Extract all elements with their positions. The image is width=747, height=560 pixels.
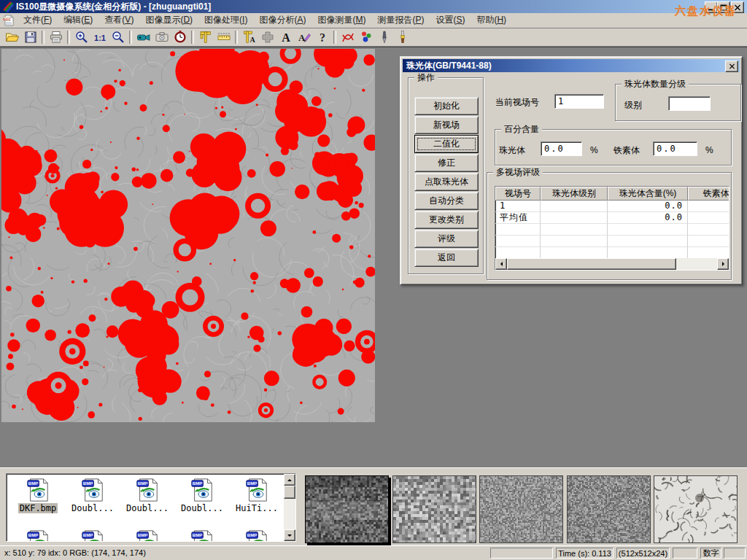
sample-thumbnail-5[interactable]: [654, 475, 738, 543]
scroll-thumb[interactable]: [507, 258, 676, 270]
sample-thumbnail-3[interactable]: [479, 475, 563, 543]
menu-item-5[interactable]: 图像分析(A): [253, 13, 311, 28]
pearlite-percent-input[interactable]: [541, 141, 582, 156]
text-icon[interactable]: A: [276, 29, 295, 45]
file-item[interactable]: BMPDoubl...: [67, 478, 118, 513]
menu-item-1[interactable]: 编辑(E): [58, 13, 98, 28]
table-cell: [688, 201, 729, 212]
particles-icon[interactable]: [357, 29, 375, 45]
table-row[interactable]: 平均值0.0: [495, 212, 729, 224]
rating-table[interactable]: 视场号珠光体级别珠光体含量(%)铁素体含量(%)10.0平均值0.0: [495, 186, 729, 271]
op-button-3[interactable]: 二值化: [414, 135, 479, 153]
menu-item-0[interactable]: 文件(F): [18, 13, 58, 28]
caliper-text-icon[interactable]: A: [240, 29, 258, 45]
ferrite-percent-input[interactable]: [653, 141, 697, 156]
percent-group-label: 百分含量: [501, 124, 542, 134]
close-icon[interactable]: [731, 1, 744, 13]
sample-thumbnail-4[interactable]: [567, 475, 651, 543]
minimize-icon[interactable]: [705, 1, 718, 13]
help-icon[interactable]: ?: [313, 29, 331, 45]
ruler-icon[interactable]: [214, 29, 233, 45]
menu-item-4[interactable]: 图像处理(I): [198, 13, 253, 28]
op-button-7[interactable]: 更改类别: [414, 211, 479, 229]
sample-thumbnail-2[interactable]: [392, 475, 476, 543]
file-item[interactable]: BMPHuiTi...: [231, 478, 282, 513]
open-icon[interactable]: [3, 29, 21, 45]
save-icon[interactable]: [21, 29, 39, 45]
svg-text:BMP: BMP: [28, 532, 39, 537]
dialog-title-bar[interactable]: 珠光体(GB/T9441-88): [403, 59, 740, 72]
file-item[interactable]: BMP: [231, 529, 282, 542]
table-header-cell[interactable]: 珠光体级别: [541, 187, 608, 201]
table-header-cell[interactable]: 铁素体含量(%): [688, 187, 729, 201]
dialog-title: 珠光体(GB/T9441-88): [406, 61, 492, 71]
grid-cross-icon[interactable]: [258, 29, 276, 45]
actual-size-icon[interactable]: 1:1: [90, 29, 109, 45]
file-list: BMPDKF.bmpBMPDoubl...BMPDoubl...BMPDoubl…: [6, 473, 296, 542]
camcorder-icon[interactable]: [134, 29, 152, 45]
scroll-right-button[interactable]: [717, 258, 729, 270]
file-list-scrollbar[interactable]: [284, 474, 295, 541]
file-item[interactable]: BMP: [67, 529, 118, 542]
caliper-icon[interactable]: [196, 29, 214, 45]
app-icon[interactable]: [2, 1, 14, 12]
print-icon[interactable]: [47, 29, 65, 45]
menu-item-2[interactable]: 查看(V): [98, 13, 139, 28]
file-item[interactable]: BMP: [122, 529, 173, 542]
grade-group: 珠光体数量分级 级别: [615, 84, 741, 121]
op-button-9[interactable]: 返回: [414, 249, 479, 267]
table-header-cell[interactable]: 视场号: [495, 187, 541, 201]
sample-thumbnail-1[interactable]: [305, 475, 389, 543]
bmp-file-icon: BMP: [122, 478, 173, 502]
table-row[interactable]: [495, 247, 729, 259]
scroll-left-button[interactable]: [495, 258, 507, 270]
file-item[interactable]: BMPDoubl...: [177, 478, 228, 513]
op-button-8[interactable]: 评级: [414, 230, 479, 248]
table-cell: 0.0: [608, 212, 688, 224]
file-item[interactable]: BMP: [177, 529, 228, 542]
close-icon[interactable]: [725, 61, 738, 72]
maximize-icon[interactable]: [717, 1, 730, 13]
scroll-thumb[interactable]: [284, 486, 295, 499]
camera-icon[interactable]: [152, 29, 171, 45]
table-cell: [688, 224, 729, 236]
op-button-6[interactable]: 自动分类: [414, 192, 479, 210]
operations-group-label: 操作: [414, 72, 438, 82]
pearlite-unit: %: [590, 145, 598, 155]
table-row[interactable]: 10.0: [495, 201, 729, 212]
menu-item-3[interactable]: 图像显示(D): [139, 13, 198, 28]
current-field-input[interactable]: [554, 94, 604, 109]
bmp-file-icon: BMP: [231, 529, 282, 542]
menu-item-9[interactable]: 帮助(H): [471, 13, 512, 28]
status-panel-6: [724, 548, 746, 559]
op-button-2[interactable]: 新视场: [414, 116, 479, 134]
menu-item-6[interactable]: 图像测量(M): [311, 13, 371, 28]
brush-icon[interactable]: [393, 29, 411, 45]
table-header-cell[interactable]: 珠光体含量(%): [608, 187, 688, 201]
clock-icon[interactable]: [171, 29, 189, 45]
scroll-up-button[interactable]: [284, 474, 295, 486]
menu-item-7[interactable]: 测量报告(P): [371, 13, 430, 28]
level-input[interactable]: [668, 96, 711, 111]
table-row[interactable]: [495, 224, 729, 236]
table-row[interactable]: [495, 236, 729, 247]
table-hscrollbar[interactable]: [495, 258, 729, 270]
op-button-5[interactable]: 点取珠光体: [414, 173, 479, 191]
op-button-4[interactable]: 修正: [414, 154, 479, 172]
file-item[interactable]: BMPDoubl...: [122, 478, 173, 513]
annotate-icon[interactable]: A: [295, 29, 313, 45]
status-panel-3: (512x512x24): [616, 548, 670, 559]
cursor-position-readout: x: 510 y: 79 idx: 0 RGB: (174, 174, 174): [4, 548, 146, 557]
curve-tool-icon[interactable]: [338, 29, 357, 45]
zoom-in-icon[interactable]: [72, 29, 90, 45]
svg-text:A: A: [249, 36, 255, 44]
pen-icon[interactable]: [375, 29, 393, 45]
op-button-1[interactable]: 初始化: [414, 97, 479, 115]
zoom-out-icon[interactable]: [109, 29, 127, 45]
file-item[interactable]: BMPDKF.bmp: [12, 478, 63, 513]
metallographic-image[interactable]: [1, 49, 375, 422]
document-icon[interactable]: DOC: [3, 15, 15, 26]
file-item[interactable]: BMP: [12, 529, 63, 542]
scroll-down-button[interactable]: [284, 529, 295, 541]
menu-item-8[interactable]: 设置(S): [430, 13, 471, 28]
